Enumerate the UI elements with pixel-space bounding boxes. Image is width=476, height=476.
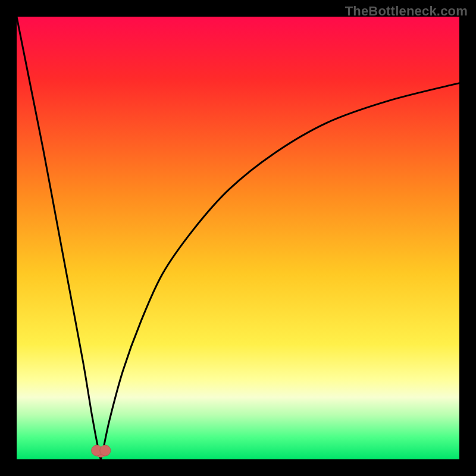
chart-frame: TheBottleneck.com	[0, 0, 476, 476]
curve-left-branch	[17, 17, 101, 459]
watermark-text: TheBottleneck.com	[345, 4, 468, 19]
curve-right-branch	[101, 83, 459, 459]
bottleneck-curve-svg	[17, 17, 459, 459]
balance-marker-2	[100, 445, 111, 456]
plot-area	[17, 17, 459, 459]
